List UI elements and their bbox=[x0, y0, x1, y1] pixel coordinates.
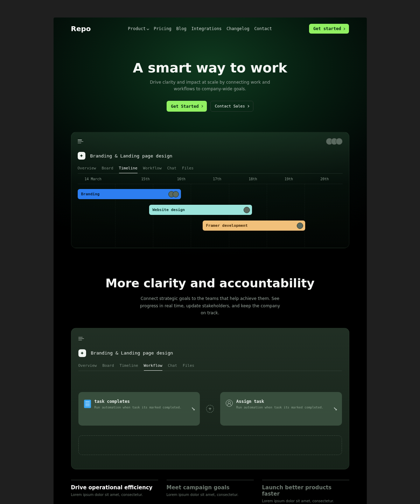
nav-pricing[interactable]: Pricing bbox=[154, 26, 172, 31]
feature-heading: Drive operational efficiency bbox=[71, 484, 158, 491]
timeline-bar-website[interactable]: Website design bbox=[149, 205, 252, 215]
add-icon[interactable]: ✦ bbox=[78, 152, 85, 160]
tab-files[interactable]: Files bbox=[182, 166, 194, 170]
chevron-right-icon bbox=[247, 105, 249, 107]
timeline-dates: 14 March15th 16th17th 18th19th 20th bbox=[78, 177, 343, 184]
tab-overview[interactable]: Overview bbox=[78, 166, 96, 170]
nav-product[interactable]: Product bbox=[128, 26, 149, 31]
edit-icon[interactable] bbox=[334, 407, 336, 410]
workflow-card-title: Assign task bbox=[236, 399, 323, 404]
hero-get-started-button[interactable]: Get Started bbox=[167, 101, 206, 112]
section2-subtitle: Connect strategic goals to the teams tha… bbox=[140, 295, 280, 316]
workflow-panel: ✦ Branding & Landing page design Overvie… bbox=[71, 328, 349, 469]
edit-icon[interactable] bbox=[192, 407, 195, 410]
timeline-bar-framer[interactable]: Framer development bbox=[203, 220, 305, 231]
workflow-card-title: task completes bbox=[94, 399, 182, 404]
workflow-card-sub: Run automation when task its marked comp… bbox=[94, 406, 182, 409]
tab-timeline[interactable]: Timeline bbox=[120, 363, 138, 368]
feature-launch-products[interactable]: Launch better products faster Lorem ipsu… bbox=[262, 480, 349, 503]
tab-workflow[interactable]: Workflow bbox=[143, 166, 162, 170]
feature-heading: Meet campaign goals bbox=[167, 484, 254, 491]
add-icon[interactable]: ✦ bbox=[78, 349, 86, 357]
feature-operational-efficiency[interactable]: Drive operational efficiency Lorem ipsum… bbox=[71, 480, 158, 503]
feature-desc: Lorem ipsum dolor sit amet, consectetur. bbox=[262, 499, 349, 503]
avatar bbox=[297, 223, 303, 229]
member-avatars bbox=[326, 138, 343, 145]
logo[interactable]: Repo bbox=[71, 24, 91, 33]
workflow-card-task-completes[interactable]: task completes Run automation when task … bbox=[78, 392, 200, 426]
feature-campaign-goals[interactable]: Meet campaign goals Lorem ipsum dolor si… bbox=[167, 480, 254, 503]
feature-desc: Lorem ipsum dolor sit amet, consectetur. bbox=[167, 493, 254, 497]
chevron-right-icon bbox=[343, 27, 345, 30]
hero-contact-sales-button[interactable]: Contact Sales bbox=[210, 101, 253, 112]
user-icon bbox=[226, 400, 233, 407]
tab-overview[interactable]: Overview bbox=[78, 363, 97, 368]
project-tabs: Overview Board Timeline Workflow Chat Fi… bbox=[78, 166, 343, 174]
menu-icon[interactable] bbox=[78, 139, 83, 144]
chevron-right-icon bbox=[201, 105, 203, 107]
chevron-down-icon bbox=[147, 27, 149, 30]
avatar[interactable] bbox=[336, 138, 343, 145]
tab-board[interactable]: Board bbox=[102, 166, 113, 170]
nav-contact[interactable]: Contact bbox=[254, 26, 272, 31]
workflow-card-assign-task[interactable]: Assign task Run automation when task its… bbox=[220, 392, 342, 426]
tab-board[interactable]: Board bbox=[102, 363, 114, 368]
feature-desc: Lorem ipsum dolor sit amet, consectetur. bbox=[71, 493, 158, 497]
project-title: Branding & Landing page design bbox=[90, 153, 173, 159]
nav-links: Product Pricing Blog Integrations Change… bbox=[128, 26, 272, 31]
avatar bbox=[173, 191, 179, 197]
tab-chat[interactable]: Chat bbox=[168, 363, 177, 368]
nav-changelog[interactable]: Changelog bbox=[226, 26, 249, 31]
nav-integrations[interactable]: Integrations bbox=[191, 26, 222, 31]
timeline-panel: ✦ Branding & Landing page design Overvie… bbox=[71, 132, 349, 248]
workflow-dropzone[interactable] bbox=[78, 435, 342, 455]
project-tabs: Overview Board Timeline Workflow Chat Fi… bbox=[78, 363, 342, 371]
menu-icon[interactable] bbox=[78, 336, 84, 341]
workflow-card-sub: Run automation when task its marked comp… bbox=[236, 406, 323, 409]
hero-subtitle: Drive clarity and impact at scale by con… bbox=[147, 79, 273, 92]
project-title: Branding & Landing page design bbox=[91, 350, 173, 356]
add-step-button[interactable]: + bbox=[206, 405, 214, 413]
feature-heading: Launch better products faster bbox=[262, 484, 349, 497]
document-icon bbox=[84, 400, 91, 408]
hero-title: A smart way to work bbox=[75, 60, 346, 76]
tab-workflow[interactable]: Workflow bbox=[144, 363, 162, 371]
nav-blog[interactable]: Blog bbox=[176, 26, 187, 31]
section2-title: More clarity and accountability bbox=[75, 276, 346, 290]
avatar bbox=[244, 207, 250, 213]
tab-chat[interactable]: Chat bbox=[167, 166, 177, 170]
tab-files[interactable]: Files bbox=[183, 363, 194, 368]
timeline-bar-branding[interactable]: Branding bbox=[78, 189, 181, 199]
get-started-button[interactable]: Get started bbox=[309, 24, 349, 34]
tab-timeline[interactable]: Timeline bbox=[119, 166, 138, 173]
